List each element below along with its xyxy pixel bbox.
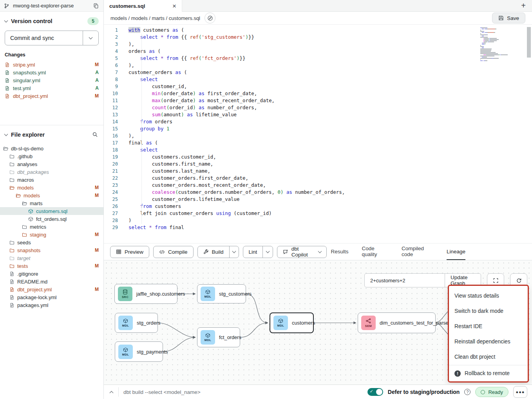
code-line-25[interactable]: 25 customer_orders.lifetime_value [104,196,532,203]
tree-item-seeds[interactable]: seeds [0,238,103,246]
lineage-node-stg-payments[interactable]: MDLstg_payments [115,341,163,362]
code-line-23[interactable]: 23 customer_orders.most_recent_order_dat… [104,182,532,189]
menu-item-view-status-details[interactable]: View status details [449,288,528,303]
collapse-panel-button[interactable] [109,389,114,395]
code-line-9[interactable]: 9 customer_id, [104,83,532,90]
tab-customers-sql[interactable]: customers.sql × [104,0,182,12]
menu-item-reinstall-dependencies[interactable]: Reinstall dependencies [449,334,528,349]
tree-item-metrics[interactable]: metrics [0,223,103,231]
lineage-node-customers[interactable]: MDLcustomers [270,312,314,333]
menu-item-switch-to-dark-mode[interactable]: Switch to dark mode [449,303,528,319]
copy-icon[interactable] [92,2,100,9]
tree-item-target[interactable]: target [0,254,103,262]
save-button[interactable]: Save [492,13,525,23]
code-line-4[interactable]: 4orders as ( [104,48,532,55]
search-icon[interactable] [91,131,99,138]
code-line-14[interactable]: 14 from orders [104,118,532,125]
tree-item-fct-orders-sql[interactable]: fct_orders.sql [0,215,103,223]
build-button[interactable]: Build [198,246,229,258]
chevron-down-icon[interactable] [4,19,8,23]
menu-item-restart-ide[interactable]: Restart IDE [449,319,528,334]
tree-item-package-lock-yml[interactable]: package-lock.yml [0,293,103,301]
compile-button[interactable]: Compile [153,246,194,258]
dbt-copilot-button[interactable]: dbt Copilot [277,246,327,258]
code-line-22[interactable]: 22 customer_orders.first_order_date, [104,175,532,182]
commit-dropdown-button[interactable] [83,31,98,45]
code-line-21[interactable]: 21 customers.last_name, [104,168,532,175]
tab-lineage[interactable]: Lineage [447,244,465,260]
tree-item-marts[interactable]: marts [0,199,103,207]
tree-item-dbt-project-yml[interactable]: dbt_project.ymlM [0,285,103,293]
code-line-26[interactable]: 26 from customers [104,203,532,210]
tree-item-github[interactable]: .github [0,152,103,160]
code-line-6[interactable]: 6), [104,62,532,69]
tree-item-models[interactable]: modelsM [0,191,103,199]
code-line-17[interactable]: 17final as ( [104,139,532,146]
lineage-node-fct-orders[interactable]: MDLfct_orders [197,327,240,347]
code-line-15[interactable]: 15 group by 1 [104,125,532,132]
command-input[interactable]: dbt build --select <model_name> [123,389,201,395]
editor-scrollbar[interactable] [527,27,531,58]
compass-icon[interactable] [204,13,215,23]
lint-dropdown-button[interactable] [262,246,272,258]
lineage-node-stg-orders[interactable]: MDLstg_orders [115,313,158,333]
code-line-5[interactable]: 5 select * from {{ ref('fct_orders')}} [104,55,532,62]
code-line-7[interactable]: 7customer_orders as ( [104,69,532,76]
tree-item-dbt-packages[interactable]: dbt_packages [0,168,103,176]
tree-item-snapshots[interactable]: snapshotsM [0,246,103,254]
tree-item-models[interactable]: modelsM [0,184,103,191]
menu-item-clean-dbt-project[interactable]: Clean dbt project [449,349,528,365]
change-item-dbt-project-yml[interactable]: dbt_project.ymlM [5,92,99,100]
commit-and-sync-button[interactable]: Commit and sync [5,31,99,45]
tree-item-macros[interactable]: macros [0,176,103,184]
change-item-test-yml[interactable]: test.ymlA [5,84,99,92]
code-line-1[interactable]: 1with customers as ( [104,27,532,34]
code-line-16[interactable]: 16), [104,132,532,139]
tree-item-gitignore[interactable]: .gitignore [0,270,103,278]
code-line-29[interactable]: 29select * from final [104,224,532,231]
help-icon[interactable]: ? [464,389,470,395]
chevron-down-icon[interactable] [4,132,8,136]
lineage-node-stg-customers[interactable]: MDLstg_customers [197,284,246,303]
preview-button[interactable]: Preview [110,246,149,258]
code-line-18[interactable]: 18 select [104,146,532,153]
tree-item-analyses[interactable]: analyses [0,160,103,168]
menu-item-rollback-to-remote[interactable]: !Rollback to remote [449,366,528,381]
tab-compiled-code[interactable]: Compiled code [402,244,433,260]
code-line-20[interactable]: 20 customers.first_name, [104,161,532,168]
lineage-node-jaffle-shop-customers[interactable]: SRCjaffle_shop.customers [114,284,177,304]
code-line-13[interactable]: 13 sum(amount) as lifetime_value [104,111,532,118]
change-item-stripe-yml[interactable]: stripe.ymlM [5,61,99,69]
change-item-snapshots-yml[interactable]: snapshots.ymlA [5,69,99,76]
code-line-8[interactable]: 8 select [104,76,532,83]
code-line-27[interactable]: 27 left join customer_orders using (cust… [104,210,532,217]
code-editor[interactable]: 1with customers as (2 select * from {{ r… [104,25,532,243]
build-dropdown-button[interactable] [229,246,239,258]
more-options-button[interactable]: ●●● [513,386,527,398]
tree-item-customers-sql[interactable]: customers.sql [0,207,103,215]
lineage-node-dim-customers-test-for-parse[interactable]: SEMdim_customers_test_for_parse [358,312,436,333]
lineage-selector-input[interactable] [365,278,445,283]
tree-item-packages-yml[interactable]: packages.yml [0,301,103,309]
tree-item-tests[interactable]: testsM [0,262,103,270]
code-line-24[interactable]: 24 coalesce(customer_orders.number_of_or… [104,189,532,196]
code-line-28[interactable]: 28) [104,217,532,224]
defer-toggle[interactable]: ✓ [367,388,383,396]
new-tab-button[interactable]: + [515,0,532,11]
tree-item-readme-md[interactable]: README.md [0,278,103,285]
minimap[interactable] [480,27,523,61]
tab-code-quality[interactable]: Code quality [362,244,388,260]
code-line-11[interactable]: 11 max(order_date) as most_recent_order_… [104,97,532,104]
code-line-19[interactable]: 19 customers.customer_id, [104,153,532,161]
close-icon[interactable]: × [172,3,176,9]
tree-item-db-sl-qs-demo[interactable]: db-sl-qs-demo [0,144,103,152]
lint-button[interactable]: Lint [243,246,263,258]
code-line-12[interactable]: 12 count(order_id) as number_of_orders, [104,104,532,111]
commit-button-label[interactable]: Commit and sync [5,31,83,45]
code-line-3[interactable]: 3), [104,41,532,48]
code-line-2[interactable]: 2 select * from {{ ref('stg_customers')}… [104,34,532,41]
change-item-singular-yml[interactable]: singular.ymlA [5,76,99,84]
code-line-10[interactable]: 10 min(order_date) as first_order_date, [104,90,532,97]
tab-results[interactable]: Results [331,244,348,260]
tree-item-staging[interactable]: stagingM [0,231,103,238]
